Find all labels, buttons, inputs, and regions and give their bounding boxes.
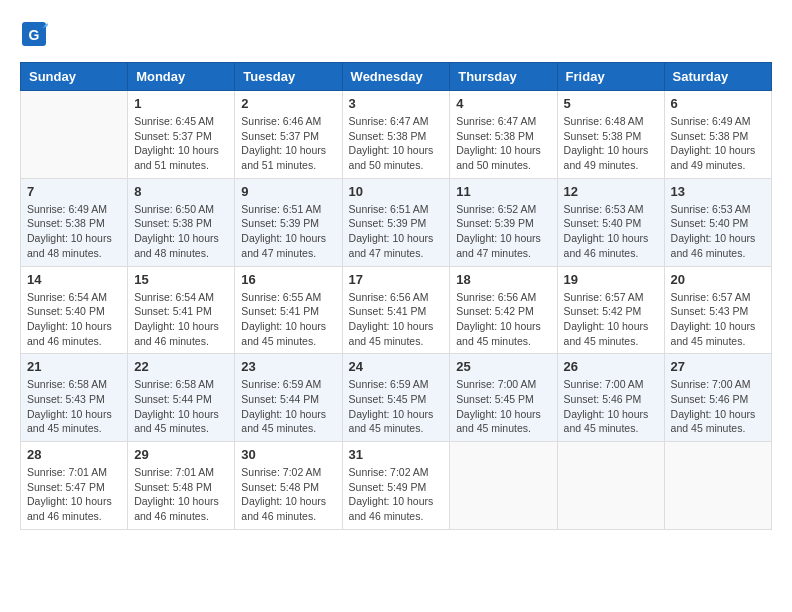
day-info: Sunrise: 7:01 AMSunset: 5:47 PMDaylight:…: [27, 465, 121, 524]
calendar-cell: 30Sunrise: 7:02 AMSunset: 5:48 PMDayligh…: [235, 442, 342, 530]
day-number: 25: [456, 359, 550, 374]
calendar-cell: 5Sunrise: 6:48 AMSunset: 5:38 PMDaylight…: [557, 91, 664, 179]
day-number: 4: [456, 96, 550, 111]
day-number: 15: [134, 272, 228, 287]
calendar-week-1: 1Sunrise: 6:45 AMSunset: 5:37 PMDaylight…: [21, 91, 772, 179]
calendar-week-3: 14Sunrise: 6:54 AMSunset: 5:40 PMDayligh…: [21, 266, 772, 354]
day-info: Sunrise: 6:59 AMSunset: 5:45 PMDaylight:…: [349, 377, 444, 436]
day-number: 14: [27, 272, 121, 287]
day-number: 7: [27, 184, 121, 199]
day-info: Sunrise: 6:51 AMSunset: 5:39 PMDaylight:…: [349, 202, 444, 261]
day-number: 22: [134, 359, 228, 374]
logo: G: [20, 20, 52, 52]
calendar-cell: [664, 442, 771, 530]
calendar-cell: 14Sunrise: 6:54 AMSunset: 5:40 PMDayligh…: [21, 266, 128, 354]
day-info: Sunrise: 6:54 AMSunset: 5:41 PMDaylight:…: [134, 290, 228, 349]
calendar-cell: 27Sunrise: 7:00 AMSunset: 5:46 PMDayligh…: [664, 354, 771, 442]
logo-icon: G: [20, 20, 48, 52]
day-info: Sunrise: 6:57 AMSunset: 5:42 PMDaylight:…: [564, 290, 658, 349]
day-info: Sunrise: 7:02 AMSunset: 5:48 PMDaylight:…: [241, 465, 335, 524]
day-number: 21: [27, 359, 121, 374]
calendar-cell: 11Sunrise: 6:52 AMSunset: 5:39 PMDayligh…: [450, 178, 557, 266]
day-info: Sunrise: 6:49 AMSunset: 5:38 PMDaylight:…: [671, 114, 765, 173]
calendar-cell: 9Sunrise: 6:51 AMSunset: 5:39 PMDaylight…: [235, 178, 342, 266]
day-info: Sunrise: 6:53 AMSunset: 5:40 PMDaylight:…: [564, 202, 658, 261]
day-info: Sunrise: 7:01 AMSunset: 5:48 PMDaylight:…: [134, 465, 228, 524]
day-number: 30: [241, 447, 335, 462]
day-number: 19: [564, 272, 658, 287]
calendar-cell: 19Sunrise: 6:57 AMSunset: 5:42 PMDayligh…: [557, 266, 664, 354]
calendar-cell: 4Sunrise: 6:47 AMSunset: 5:38 PMDaylight…: [450, 91, 557, 179]
calendar-cell: [450, 442, 557, 530]
day-info: Sunrise: 6:56 AMSunset: 5:41 PMDaylight:…: [349, 290, 444, 349]
day-number: 16: [241, 272, 335, 287]
calendar-cell: 29Sunrise: 7:01 AMSunset: 5:48 PMDayligh…: [128, 442, 235, 530]
day-header-thursday: Thursday: [450, 63, 557, 91]
day-number: 2: [241, 96, 335, 111]
day-number: 23: [241, 359, 335, 374]
calendar-cell: 23Sunrise: 6:59 AMSunset: 5:44 PMDayligh…: [235, 354, 342, 442]
calendar-cell: 31Sunrise: 7:02 AMSunset: 5:49 PMDayligh…: [342, 442, 450, 530]
day-header-sunday: Sunday: [21, 63, 128, 91]
calendar-cell: [21, 91, 128, 179]
day-number: 24: [349, 359, 444, 374]
day-info: Sunrise: 7:00 AMSunset: 5:45 PMDaylight:…: [456, 377, 550, 436]
day-number: 27: [671, 359, 765, 374]
day-number: 10: [349, 184, 444, 199]
day-info: Sunrise: 7:02 AMSunset: 5:49 PMDaylight:…: [349, 465, 444, 524]
day-number: 5: [564, 96, 658, 111]
calendar-cell: 20Sunrise: 6:57 AMSunset: 5:43 PMDayligh…: [664, 266, 771, 354]
calendar-cell: 16Sunrise: 6:55 AMSunset: 5:41 PMDayligh…: [235, 266, 342, 354]
day-header-friday: Friday: [557, 63, 664, 91]
day-number: 1: [134, 96, 228, 111]
calendar-cell: 26Sunrise: 7:00 AMSunset: 5:46 PMDayligh…: [557, 354, 664, 442]
day-header-monday: Monday: [128, 63, 235, 91]
day-info: Sunrise: 6:49 AMSunset: 5:38 PMDaylight:…: [27, 202, 121, 261]
day-info: Sunrise: 6:55 AMSunset: 5:41 PMDaylight:…: [241, 290, 335, 349]
page-header: G: [20, 20, 772, 52]
calendar-cell: 22Sunrise: 6:58 AMSunset: 5:44 PMDayligh…: [128, 354, 235, 442]
day-number: 29: [134, 447, 228, 462]
day-info: Sunrise: 6:58 AMSunset: 5:44 PMDaylight:…: [134, 377, 228, 436]
day-info: Sunrise: 6:51 AMSunset: 5:39 PMDaylight:…: [241, 202, 335, 261]
calendar-cell: 17Sunrise: 6:56 AMSunset: 5:41 PMDayligh…: [342, 266, 450, 354]
day-info: Sunrise: 6:48 AMSunset: 5:38 PMDaylight:…: [564, 114, 658, 173]
day-number: 13: [671, 184, 765, 199]
calendar-cell: 24Sunrise: 6:59 AMSunset: 5:45 PMDayligh…: [342, 354, 450, 442]
day-info: Sunrise: 6:50 AMSunset: 5:38 PMDaylight:…: [134, 202, 228, 261]
day-info: Sunrise: 6:57 AMSunset: 5:43 PMDaylight:…: [671, 290, 765, 349]
day-header-saturday: Saturday: [664, 63, 771, 91]
day-number: 31: [349, 447, 444, 462]
calendar-header-row: SundayMondayTuesdayWednesdayThursdayFrid…: [21, 63, 772, 91]
calendar-week-2: 7Sunrise: 6:49 AMSunset: 5:38 PMDaylight…: [21, 178, 772, 266]
calendar-cell: 18Sunrise: 6:56 AMSunset: 5:42 PMDayligh…: [450, 266, 557, 354]
calendar: SundayMondayTuesdayWednesdayThursdayFrid…: [20, 62, 772, 530]
day-info: Sunrise: 6:47 AMSunset: 5:38 PMDaylight:…: [349, 114, 444, 173]
day-info: Sunrise: 6:59 AMSunset: 5:44 PMDaylight:…: [241, 377, 335, 436]
day-number: 6: [671, 96, 765, 111]
day-number: 26: [564, 359, 658, 374]
day-number: 18: [456, 272, 550, 287]
day-number: 20: [671, 272, 765, 287]
day-info: Sunrise: 6:58 AMSunset: 5:43 PMDaylight:…: [27, 377, 121, 436]
day-info: Sunrise: 6:47 AMSunset: 5:38 PMDaylight:…: [456, 114, 550, 173]
day-info: Sunrise: 6:46 AMSunset: 5:37 PMDaylight:…: [241, 114, 335, 173]
calendar-cell: 12Sunrise: 6:53 AMSunset: 5:40 PMDayligh…: [557, 178, 664, 266]
calendar-week-5: 28Sunrise: 7:01 AMSunset: 5:47 PMDayligh…: [21, 442, 772, 530]
day-number: 28: [27, 447, 121, 462]
calendar-cell: 25Sunrise: 7:00 AMSunset: 5:45 PMDayligh…: [450, 354, 557, 442]
day-info: Sunrise: 6:45 AMSunset: 5:37 PMDaylight:…: [134, 114, 228, 173]
day-number: 17: [349, 272, 444, 287]
day-number: 12: [564, 184, 658, 199]
calendar-cell: 6Sunrise: 6:49 AMSunset: 5:38 PMDaylight…: [664, 91, 771, 179]
svg-text:G: G: [29, 27, 40, 43]
day-info: Sunrise: 7:00 AMSunset: 5:46 PMDaylight:…: [671, 377, 765, 436]
day-info: Sunrise: 7:00 AMSunset: 5:46 PMDaylight:…: [564, 377, 658, 436]
calendar-cell: 2Sunrise: 6:46 AMSunset: 5:37 PMDaylight…: [235, 91, 342, 179]
day-info: Sunrise: 6:54 AMSunset: 5:40 PMDaylight:…: [27, 290, 121, 349]
day-header-wednesday: Wednesday: [342, 63, 450, 91]
day-number: 9: [241, 184, 335, 199]
calendar-cell: 21Sunrise: 6:58 AMSunset: 5:43 PMDayligh…: [21, 354, 128, 442]
day-number: 11: [456, 184, 550, 199]
calendar-cell: 15Sunrise: 6:54 AMSunset: 5:41 PMDayligh…: [128, 266, 235, 354]
